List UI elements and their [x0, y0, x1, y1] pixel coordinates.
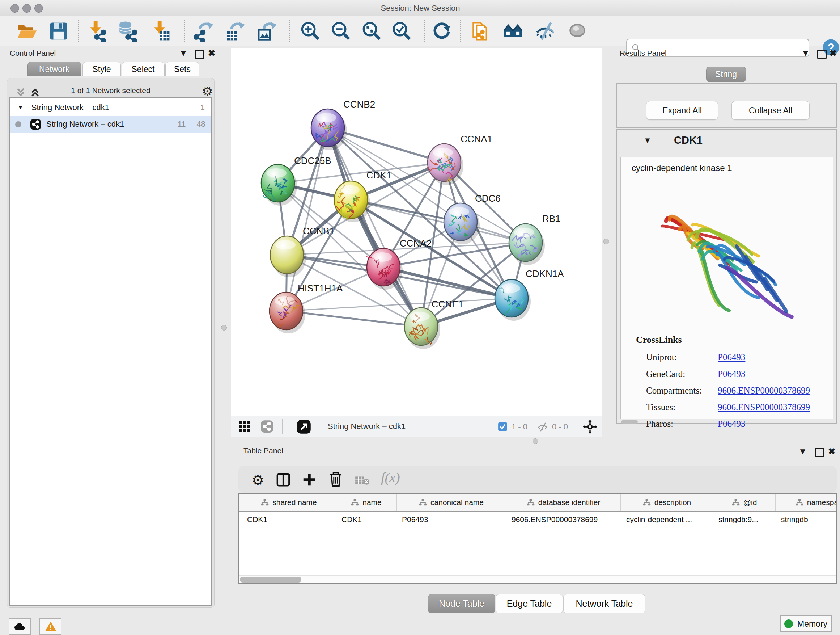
detach-view-icon[interactable]	[297, 420, 311, 434]
toolbar-separator	[460, 20, 461, 42]
network-node-label: CDC6	[475, 193, 501, 204]
table-row[interactable]: CDK1CDK1P064939606.ENSP00000378699cyclin…	[239, 511, 836, 527]
network-node-RB1[interactable]	[509, 224, 545, 265]
network-node-CCNA2[interactable]	[367, 249, 403, 290]
network-node-CCNE1[interactable]	[404, 308, 440, 349]
table-panel-close-icon[interactable]: ✖	[828, 447, 835, 456]
eye-disabled-icon[interactable]	[567, 21, 588, 42]
hidden-elements-eye-icon[interactable]	[537, 421, 548, 432]
zoom-out-icon[interactable]	[331, 21, 352, 42]
results-panel-collapse-icon[interactable]: ▼	[801, 49, 810, 57]
table-cell[interactable]: 9606.ENSP00000378699	[507, 511, 621, 527]
column-header--id[interactable]: @id	[714, 494, 776, 511]
network-collection-row[interactable]: ▼ String Network – cdk1 1	[10, 99, 211, 116]
tab-style[interactable]: Style	[82, 62, 121, 76]
crosslink-value-link[interactable]: P06493	[718, 419, 745, 429]
network-graph[interactable]: CCNB2CCNA1CDC25BCDK1CDC6RB1CCNB1CCNA2CDK…	[231, 48, 602, 416]
table-hscrollbar-track[interactable]	[239, 575, 836, 584]
selected-checkbox-icon[interactable]	[498, 422, 508, 432]
table-cell[interactable]: cyclin-dependent ...	[621, 511, 714, 527]
control-panel-float-icon[interactable]	[195, 50, 204, 59]
network-badge-icon[interactable]	[261, 420, 273, 433]
warnings-button[interactable]	[39, 618, 62, 635]
left-splitter-handle[interactable]	[221, 325, 227, 331]
zoom-fit-icon[interactable]	[362, 21, 382, 42]
export-network-file-icon[interactable]	[194, 21, 215, 42]
toolbar-separator	[184, 20, 185, 42]
save-session-icon[interactable]	[48, 21, 69, 42]
delete-table-icon[interactable]	[355, 475, 369, 486]
network-node-CDC25B[interactable]	[261, 165, 297, 206]
network-node-CDKN1A[interactable]	[495, 279, 531, 321]
cloud-button[interactable]	[9, 618, 31, 635]
show-hide-graphics-icon[interactable]	[535, 21, 556, 42]
network-list-options-gear-icon[interactable]: ⚙	[202, 84, 213, 98]
network-edge[interactable]	[286, 311, 421, 326]
collapse-all-button[interactable]: Collapse All	[731, 101, 810, 120]
table-panel-collapse-icon[interactable]: ▼	[798, 447, 807, 456]
column-header-database-identifier[interactable]: database identifier	[507, 494, 621, 511]
table-cell[interactable]: stringdb:9...	[714, 511, 776, 527]
column-header-name[interactable]: name	[336, 494, 397, 511]
tab-node-table[interactable]: Node Table	[428, 594, 495, 613]
right-splitter-handle[interactable]	[603, 239, 609, 244]
import-network-database-icon[interactable]	[117, 21, 138, 42]
tab-sets[interactable]: Sets	[165, 62, 199, 76]
results-panel-close-icon[interactable]: ✖	[829, 49, 837, 57]
string-import-document-icon[interactable]	[471, 21, 492, 42]
zoom-selected-icon[interactable]	[392, 21, 412, 42]
refresh-view-icon[interactable]	[431, 21, 452, 42]
table-cell[interactable]: stringdb	[776, 511, 837, 527]
show-columns-icon[interactable]	[276, 472, 291, 487]
network-edge-count: 48	[197, 119, 205, 129]
network-node-HIST1H1A[interactable]	[270, 292, 305, 333]
network-node-label: HIST1H1A	[298, 283, 343, 294]
grid-view-icon[interactable]	[239, 421, 250, 432]
function-builder-icon[interactable]: f(x)	[381, 470, 400, 486]
control-panel-collapse-icon[interactable]: ▼	[179, 49, 188, 57]
table-panel-float-icon[interactable]	[815, 448, 824, 457]
table-cell[interactable]: P06493	[397, 511, 507, 527]
crosslink-value-link[interactable]: P06493	[718, 352, 745, 363]
entry-expander-icon[interactable]: ▼	[644, 136, 652, 145]
entry-body: cyclin-dependent kinase 1 CrossLinks Uni…	[621, 157, 833, 419]
export-table-file-icon[interactable]	[225, 21, 246, 42]
column-header-canonical-name[interactable]: canonical name	[397, 494, 507, 511]
results-panel-float-icon[interactable]	[817, 50, 827, 59]
zoom-in-icon[interactable]	[300, 21, 321, 42]
results-scrollbar-thumb[interactable]	[621, 420, 638, 424]
crosslink-value-link[interactable]: 9606.ENSP00000378699	[718, 402, 810, 412]
bottom-splitter-handle[interactable]	[532, 439, 538, 444]
table-cell[interactable]: CDK1	[242, 511, 336, 527]
network-node-CCNA1[interactable]	[428, 144, 463, 185]
add-column-icon[interactable]	[302, 472, 317, 487]
network-row-selected[interactable]: String Network – cdk1 11 48	[10, 116, 211, 133]
column-header-namespace[interactable]: namespace	[776, 494, 837, 511]
tab-network-table[interactable]: Network Table	[563, 594, 645, 613]
import-network-file-icon[interactable]	[86, 21, 107, 42]
expand-all-button[interactable]: Expand All	[646, 101, 718, 120]
export-image-icon[interactable]	[256, 21, 277, 42]
birdseye-navigator-icon[interactable]	[583, 419, 598, 434]
collection-expander-icon[interactable]: ▼	[17, 104, 24, 111]
column-header-description[interactable]: description	[621, 494, 714, 511]
network-node-CDC6[interactable]	[444, 203, 480, 244]
open-session-icon[interactable]	[16, 21, 37, 42]
memory-button[interactable]: Memory	[780, 616, 832, 632]
table-hscrollbar-thumb[interactable]	[240, 577, 302, 583]
control-panel-close-icon[interactable]: ✖	[208, 49, 215, 57]
table-cell[interactable]: CDK1	[336, 511, 397, 527]
tab-string-results[interactable]: String	[706, 67, 746, 82]
tab-select[interactable]: Select	[122, 62, 164, 76]
network-node-CDK1[interactable]	[334, 181, 370, 222]
network-node-CCNB2[interactable]	[311, 109, 347, 150]
crosslink-value-link[interactable]: P06493	[718, 369, 745, 379]
crosslink-value-link[interactable]: 9606.ENSP00000378699	[718, 386, 810, 396]
tab-edge-table[interactable]: Edge Table	[496, 594, 563, 613]
delete-column-trash-icon[interactable]	[328, 472, 343, 487]
houses-icon[interactable]	[502, 21, 523, 42]
import-table-file-icon[interactable]	[150, 21, 171, 42]
table-settings-gear-icon[interactable]: ⚙	[251, 472, 264, 488]
tab-network[interactable]: Network	[27, 62, 81, 76]
column-header-shared-name[interactable]: shared name	[242, 494, 336, 511]
